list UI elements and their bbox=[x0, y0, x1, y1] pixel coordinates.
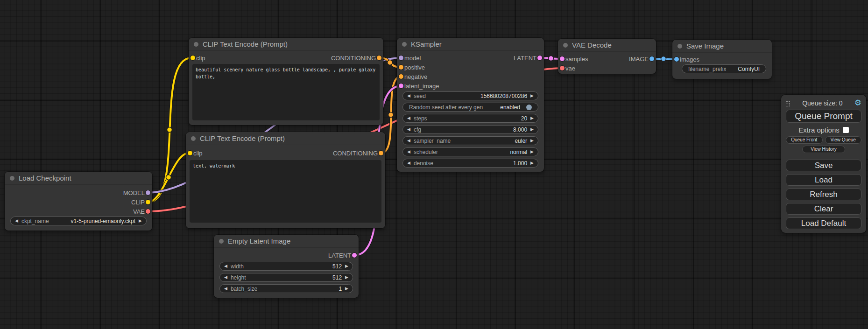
seed-widget[interactable]: ◀ seed 156680208700286 ▶ bbox=[402, 91, 538, 100]
filename-prefix-widget[interactable]: filename_prefix ComfyUI bbox=[682, 64, 766, 73]
collapse-dot-icon[interactable] bbox=[219, 239, 224, 244]
extra-options-checkbox[interactable] bbox=[843, 127, 849, 133]
output-socket-conditioning[interactable] bbox=[377, 56, 381, 60]
prompt-textarea[interactable]: text, watermark bbox=[190, 160, 381, 223]
queue-size-label: Queue size: 0 bbox=[792, 99, 853, 107]
input-socket-negative[interactable] bbox=[399, 74, 403, 79]
arrow-right-icon[interactable]: ▶ bbox=[530, 139, 534, 143]
view-queue-button[interactable]: View Queue bbox=[825, 136, 862, 144]
input-slot-positive: positive bbox=[404, 63, 425, 72]
drag-handle-icon[interactable] bbox=[786, 100, 790, 106]
arrow-right-icon[interactable]: ▶ bbox=[139, 219, 142, 223]
steps-widget[interactable]: ◀ steps 20 ▶ bbox=[402, 114, 538, 123]
link-dot bbox=[388, 60, 393, 65]
sampler-name-widget[interactable]: ◀ sampler_name euler ▶ bbox=[402, 136, 538, 145]
arrow-right-icon[interactable]: ▶ bbox=[530, 94, 534, 98]
collapse-dot-icon[interactable] bbox=[194, 42, 198, 47]
node-header[interactable]: VAE Decode bbox=[558, 39, 656, 52]
output-socket-image[interactable] bbox=[649, 56, 654, 61]
input-socket-model[interactable] bbox=[399, 56, 403, 60]
node-header[interactable]: CLIP Text Encode (Prompt) bbox=[189, 38, 383, 51]
node-title: Empty Latent Image bbox=[228, 237, 290, 245]
clear-button[interactable]: Clear bbox=[786, 203, 861, 215]
input-socket-images[interactable] bbox=[674, 57, 679, 62]
input-slot-samples: samples bbox=[565, 54, 588, 63]
output-slot-clip: CLIP bbox=[131, 197, 145, 207]
arrow-right-icon[interactable]: ▶ bbox=[530, 127, 534, 132]
arrow-right-icon[interactable]: ▶ bbox=[345, 275, 348, 280]
input-slot-model: model bbox=[404, 53, 421, 63]
load-button[interactable]: Load bbox=[786, 174, 861, 186]
collapse-dot-icon[interactable] bbox=[677, 44, 682, 49]
prompt-textarea[interactable]: beautiful scenery nature glass bottle la… bbox=[192, 64, 380, 120]
input-socket-clip[interactable] bbox=[191, 56, 195, 60]
widget-value: v1-5-pruned-emaonly.ckpt bbox=[71, 218, 136, 224]
node-clip-text-encode-negative[interactable]: CLIP Text Encode (Prompt) clip CONDITION… bbox=[186, 132, 385, 228]
output-socket-latent[interactable] bbox=[537, 56, 542, 60]
node-clip-text-encode-positive[interactable]: CLIP Text Encode (Prompt) clip CONDITION… bbox=[189, 38, 383, 125]
comfyui-canvas[interactable]: { "colors": { "model": "#b39ddb", "clip"… bbox=[0, 0, 868, 329]
node-header[interactable]: KSampler bbox=[397, 38, 544, 51]
node-empty-latent-image[interactable]: Empty Latent Image LATENT ◀ width 512 ▶ … bbox=[214, 235, 359, 298]
arrow-left-icon[interactable]: ◀ bbox=[407, 94, 410, 98]
refresh-button[interactable]: Refresh bbox=[786, 189, 861, 200]
queue-front-button[interactable]: Queue Front bbox=[786, 136, 823, 144]
width-widget[interactable]: ◀ width 512 ▶ bbox=[219, 262, 353, 271]
arrow-right-icon[interactable]: ▶ bbox=[530, 161, 534, 165]
collapse-dot-icon[interactable] bbox=[563, 43, 568, 48]
node-title: Load Checkpoint bbox=[19, 174, 71, 182]
input-slot-clip: clip bbox=[196, 53, 205, 63]
link-dot bbox=[549, 56, 554, 61]
node-load-checkpoint[interactable]: Load Checkpoint MODEL CLIP VAE ◀ ckpt_na… bbox=[5, 172, 152, 231]
random-seed-widget[interactable]: Random seed after every gen enabled bbox=[402, 103, 538, 112]
arrow-left-icon[interactable]: ◀ bbox=[407, 161, 410, 165]
arrow-left-icon[interactable]: ◀ bbox=[224, 264, 227, 268]
load-default-button[interactable]: Load Default bbox=[786, 217, 861, 229]
node-header[interactable]: Load Checkpoint bbox=[5, 172, 152, 185]
arrow-right-icon[interactable]: ▶ bbox=[530, 150, 534, 154]
height-widget[interactable]: ◀ height 512 ▶ bbox=[219, 273, 353, 282]
arrow-left-icon[interactable]: ◀ bbox=[15, 219, 18, 223]
arrow-left-icon[interactable]: ◀ bbox=[407, 139, 410, 143]
arrow-left-icon[interactable]: ◀ bbox=[224, 275, 227, 280]
arrow-right-icon[interactable]: ▶ bbox=[345, 264, 348, 268]
queue-small-buttons: Queue Front View Queue bbox=[786, 136, 861, 144]
gear-icon[interactable]: ⚙ bbox=[854, 99, 861, 107]
output-socket-model[interactable] bbox=[146, 190, 150, 195]
toggle-enabled-icon[interactable] bbox=[526, 105, 532, 110]
scheduler-widget[interactable]: ◀ scheduler normal ▶ bbox=[402, 147, 538, 156]
output-socket-conditioning[interactable] bbox=[379, 151, 383, 155]
input-socket-clip[interactable] bbox=[188, 151, 192, 155]
link-clip-positive bbox=[148, 58, 191, 202]
queue-prompt-button[interactable]: Queue Prompt bbox=[786, 110, 861, 123]
save-button[interactable]: Save bbox=[786, 160, 861, 171]
cfg-widget[interactable]: ◀ cfg 8.000 ▶ bbox=[402, 125, 538, 134]
node-header[interactable]: Save Image bbox=[672, 40, 772, 53]
input-socket-vae[interactable] bbox=[560, 66, 565, 70]
output-socket-latent[interactable] bbox=[352, 253, 357, 258]
arrow-right-icon[interactable]: ▶ bbox=[530, 116, 534, 120]
ckpt-name-widget[interactable]: ◀ ckpt_name v1-5-pruned-emaonly.ckpt ▶ bbox=[10, 217, 147, 225]
denoise-widget[interactable]: ◀ denoise 1.000 ▶ bbox=[402, 159, 538, 168]
node-ksampler[interactable]: KSampler model positive negative latent_… bbox=[397, 38, 544, 172]
arrow-left-icon[interactable]: ◀ bbox=[407, 116, 410, 120]
collapse-dot-icon[interactable] bbox=[10, 176, 14, 181]
node-vae-decode[interactable]: VAE Decode samples vae IMAGE bbox=[558, 39, 656, 74]
arrow-left-icon[interactable]: ◀ bbox=[407, 150, 410, 154]
arrow-left-icon[interactable]: ◀ bbox=[224, 287, 227, 291]
input-socket-samples[interactable] bbox=[560, 56, 565, 61]
output-socket-vae[interactable] bbox=[146, 209, 150, 214]
node-header[interactable]: CLIP Text Encode (Prompt) bbox=[186, 132, 385, 145]
node-save-image[interactable]: Save Image images filename_prefix ComfyU… bbox=[672, 40, 772, 79]
output-socket-clip[interactable] bbox=[146, 200, 150, 204]
node-title: Save Image bbox=[686, 42, 724, 50]
batch-size-widget[interactable]: ◀ batch_size 1 ▶ bbox=[219, 284, 353, 293]
input-socket-latent-image[interactable] bbox=[399, 84, 403, 88]
node-header[interactable]: Empty Latent Image bbox=[214, 235, 359, 248]
arrow-right-icon[interactable]: ▶ bbox=[345, 287, 348, 291]
input-socket-positive[interactable] bbox=[399, 65, 403, 70]
collapse-dot-icon[interactable] bbox=[402, 42, 407, 47]
collapse-dot-icon[interactable] bbox=[191, 136, 196, 141]
view-history-button[interactable]: View History bbox=[802, 146, 845, 153]
arrow-left-icon[interactable]: ◀ bbox=[407, 127, 410, 132]
